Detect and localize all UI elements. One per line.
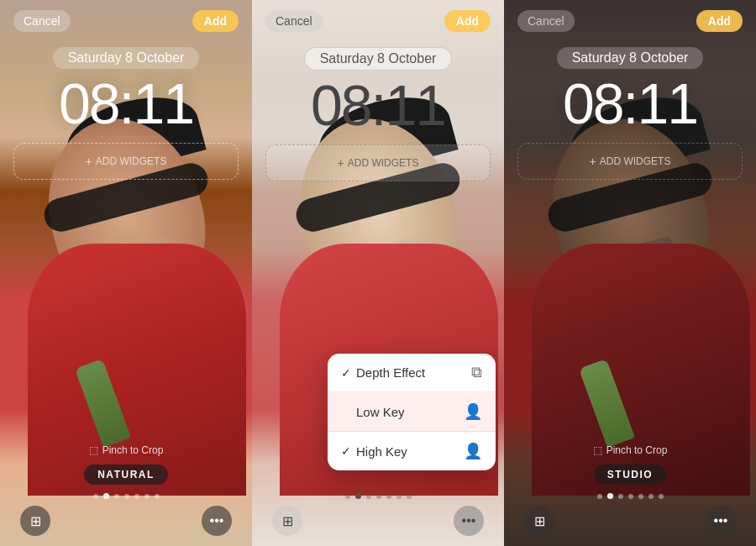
- more-button[interactable]: •••: [202, 506, 232, 536]
- more-button-3[interactable]: •••: [706, 506, 736, 536]
- top-bar-2: Cancel Add: [252, 0, 504, 42]
- top-bar-3: Cancel Add: [504, 0, 756, 42]
- dot-2-7: [407, 494, 412, 499]
- style-badge-3: STUDIO: [594, 465, 666, 485]
- menu-item-depth-effect[interactable]: ✓ Depth Effect ⧉: [328, 354, 496, 392]
- add-button-3[interactable]: Add: [696, 10, 743, 32]
- widget-text: + ADD WIDGETS: [86, 155, 167, 168]
- bottom-icons-3: ⊞ •••: [504, 506, 756, 536]
- pinch-label: ⬚ Pinch to Crop: [89, 444, 164, 456]
- widget-area-3[interactable]: + ADD WIDGETS: [517, 143, 743, 180]
- menu-item-high-key[interactable]: ✓ High Key 👤: [328, 432, 496, 470]
- date-pill: Saturday 8 October: [53, 47, 200, 69]
- bottom-icons-2: ⊞ •••: [252, 506, 504, 536]
- bottom-area: ⬚ Pinch to Crop NATURAL ⊞ •••: [0, 444, 252, 546]
- person-circle-icon-highkey: 👤: [464, 442, 482, 460]
- menu-left-lowkey: ✓ Low Key: [341, 405, 405, 419]
- dot-2-4: [376, 494, 381, 499]
- dot-2-5: [386, 494, 391, 499]
- dot-1: [93, 494, 98, 499]
- pinch-label-3: ⬚ Pinch to Crop: [593, 444, 668, 456]
- dot-row-3: [597, 493, 664, 499]
- plus-icon: +: [86, 155, 92, 168]
- gallery-button-3[interactable]: ⊞: [524, 506, 554, 536]
- menu-left-highkey: ✓ High Key: [341, 444, 407, 459]
- phone-panel-natural: Cancel Add Saturday 8 October 08:11 + AD…: [0, 0, 252, 546]
- phone-ui-natural: Cancel Add Saturday 8 October 08:11 + AD…: [0, 0, 252, 546]
- date-text-3: Saturday 8 October: [572, 50, 689, 65]
- cancel-button-3[interactable]: Cancel: [517, 10, 575, 32]
- dot-2-2: [355, 493, 361, 499]
- layers-icon: ⧉: [471, 364, 482, 381]
- gallery-button-2[interactable]: ⊞: [272, 506, 302, 536]
- style-badge: NATURAL: [84, 465, 168, 485]
- menu-item-low-key[interactable]: ✓ Low Key 👤: [328, 392, 496, 432]
- date-pill-2: Saturday 8 October: [304, 47, 453, 71]
- dot-2: [103, 493, 109, 499]
- popup-menu: ✓ Depth Effect ⧉ ✓ Low Key 👤 ✓ High Key …: [328, 354, 496, 470]
- dot-3-7: [659, 494, 664, 499]
- widget-area-2[interactable]: + ADD WIDGETS: [265, 144, 491, 181]
- dot-7: [155, 494, 160, 499]
- cancel-button-2[interactable]: Cancel: [265, 10, 323, 32]
- widget-text-3: + ADD WIDGETS: [590, 155, 671, 168]
- date-pill-3: Saturday 8 October: [557, 47, 704, 69]
- phone-ui-highkey: Cancel Add Saturday 8 October 08:11 + AD…: [252, 0, 504, 546]
- high-key-label: High Key: [356, 444, 407, 459]
- time-display-3: 08:11: [563, 71, 697, 136]
- phone-ui-studio: Cancel Add Saturday 8 October 08:11 + AD…: [504, 0, 756, 546]
- dot-2-1: [345, 494, 350, 499]
- bottom-area-2: ⊞ •••: [252, 493, 504, 546]
- dot-4: [124, 494, 129, 499]
- crop-icon-3: ⬚: [593, 444, 602, 456]
- dot-3: [114, 494, 119, 499]
- dot-2-3: [366, 494, 371, 499]
- more-button-2[interactable]: •••: [454, 506, 484, 536]
- bottom-area-3: ⬚ Pinch to Crop STUDIO ⊞ •••: [504, 444, 756, 546]
- time-display-2: 08:11: [311, 72, 445, 138]
- dot-2-6: [396, 494, 402, 499]
- gallery-button[interactable]: ⊞: [20, 506, 50, 536]
- time-display: 08:11: [59, 71, 193, 136]
- top-bar: Cancel Add: [0, 0, 252, 42]
- bottom-icons: ⊞ •••: [0, 506, 252, 536]
- dot-3-5: [638, 494, 643, 499]
- dot-3-1: [597, 494, 602, 499]
- dot-3-2: [607, 493, 613, 499]
- person-circle-icon-lowkey: 👤: [464, 402, 482, 421]
- dot-5: [134, 494, 139, 499]
- phone-panel-highkey: Cancel Add Saturday 8 October 08:11 + AD…: [252, 0, 504, 546]
- checkmark-highkey: ✓: [341, 444, 351, 458]
- add-button[interactable]: Add: [192, 10, 239, 32]
- checkmark-depth: ✓: [341, 366, 351, 380]
- menu-left-depth: ✓ Depth Effect: [341, 365, 425, 380]
- dot-3-6: [648, 494, 654, 499]
- widget-area[interactable]: + ADD WIDGETS: [13, 143, 239, 180]
- dot-3-3: [618, 494, 623, 499]
- plus-icon-3: +: [590, 155, 596, 168]
- add-button-2[interactable]: Add: [444, 10, 491, 32]
- widget-text-2: + ADD WIDGETS: [338, 156, 419, 170]
- dot-row-2: [345, 493, 412, 499]
- dot-3-4: [628, 494, 633, 499]
- low-key-label: Low Key: [356, 405, 405, 419]
- phone-panel-studio: Cancel Add Saturday 8 October 08:11 + AD…: [504, 0, 756, 546]
- crop-icon: ⬚: [89, 444, 98, 456]
- dot-6: [144, 494, 150, 499]
- date-text-2: Saturday 8 October: [320, 51, 437, 66]
- cancel-button[interactable]: Cancel: [13, 10, 71, 32]
- depth-effect-label: Depth Effect: [356, 365, 425, 380]
- date-text: Saturday 8 October: [68, 50, 185, 65]
- plus-icon-2: +: [338, 156, 344, 170]
- dot-row: [93, 493, 160, 499]
